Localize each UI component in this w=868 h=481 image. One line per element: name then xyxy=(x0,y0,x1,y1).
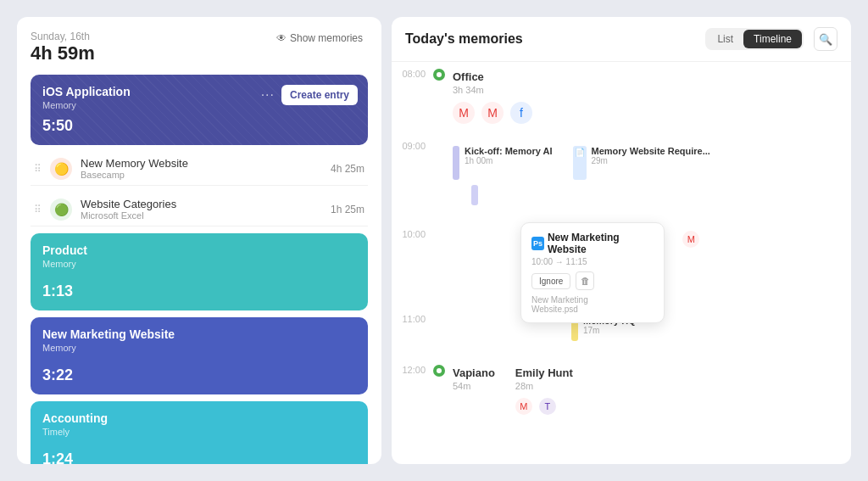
teams-icon[interactable]: T xyxy=(539,398,556,415)
office-duration: 3h 34m xyxy=(453,85,844,95)
list-toggle-button[interactable]: List xyxy=(707,30,743,48)
vapiano-title: Vapiano xyxy=(453,366,495,379)
block-time: 3:22 xyxy=(42,366,356,384)
gmail-icon-1[interactable]: M xyxy=(453,102,475,124)
block-title: New Marketing Website xyxy=(42,327,356,341)
view-toggle: List Timeline xyxy=(705,28,804,50)
office-title: Office xyxy=(453,70,844,83)
search-icon: 🔍 xyxy=(819,33,832,46)
date-label: Sunday, 16th xyxy=(31,31,95,42)
page-title: Today's memories xyxy=(405,31,695,47)
right-panel: Today's memories List Timeline 🔍 08:00 O… xyxy=(392,17,851,464)
timeline-toggle-button[interactable]: Timeline xyxy=(743,30,802,48)
nine-am-section: Kick-off: Memory AI 1h 00m 📄 Memory Webs… xyxy=(446,141,851,215)
block-title: Accounting xyxy=(42,411,356,425)
left-header: Sunday, 16th 4h 59m 👁 Show memories xyxy=(31,31,368,64)
time-label-8: 08:00 xyxy=(392,69,432,79)
list-item-app: Basecamp xyxy=(81,170,322,180)
excel-icon: 🟢 xyxy=(50,199,72,221)
new-marketing-block[interactable]: New Marketing Website Memory 3:22 xyxy=(31,317,368,394)
tooltip-header: Ps New Marketing Website xyxy=(531,232,654,255)
facebook-icon[interactable]: f xyxy=(510,102,532,124)
tooltip-title: New Marketing Website xyxy=(548,232,654,255)
product-block[interactable]: Product Memory 1:13 xyxy=(31,233,368,310)
basecamp-icon: 🟡 xyxy=(50,158,72,180)
list-item-app: Microsoft Excel xyxy=(81,210,322,221)
drag-handle-icon: ⠿ xyxy=(34,163,42,175)
ios-card-actions: ··· Create entry xyxy=(261,85,358,105)
block-title: Product xyxy=(42,243,356,257)
gmail-icon-side[interactable]: M xyxy=(682,231,699,248)
show-memories-button[interactable]: 👁 Show memories xyxy=(271,31,368,46)
block-time: 1:24 xyxy=(42,450,356,464)
ignore-button[interactable]: Ignore xyxy=(531,273,570,289)
list-item-name: Website Categories xyxy=(81,198,322,210)
ios-card-time: 5:50 xyxy=(42,117,356,135)
tooltip-timerange: 10:00 → 11:15 xyxy=(531,257,654,266)
delete-icon[interactable]: 🗑 xyxy=(576,271,594,290)
right-header: Today's memories List Timeline 🔍 xyxy=(392,17,851,62)
vapiano-info: Vapiano 54m xyxy=(453,366,495,398)
list-item-info: New Memory Website Basecamp xyxy=(81,157,322,180)
office-section: Office 3h 34m M M f xyxy=(446,69,851,134)
gmail-side-icon: M xyxy=(682,231,699,248)
ps-icon: Ps xyxy=(531,237,544,250)
purple-bar xyxy=(453,146,459,180)
memory-hq-duration: 17m xyxy=(583,326,636,335)
nine-meetings-row: Kick-off: Memory AI 1h 00m 📄 Memory Webs… xyxy=(453,146,844,180)
emily-icons: M T xyxy=(515,398,573,415)
ios-application-card: iOS Application Memory 5:50 ··· Create e… xyxy=(31,75,368,145)
create-entry-button[interactable]: Create entry xyxy=(281,85,358,105)
time-label-10: 10:00 xyxy=(392,229,432,239)
left-panel: Sunday, 16th 4h 59m 👁 Show memories iOS … xyxy=(17,17,381,464)
block-subtitle: Memory xyxy=(42,343,356,353)
tooltip-card: Ps New Marketing Website 10:00 → 11:15 I… xyxy=(520,222,665,323)
office-icons: M M f xyxy=(453,102,844,124)
kickoff-duration: 1h 00m xyxy=(465,156,553,165)
doc-icon: 📄 xyxy=(573,146,587,180)
block-subtitle: Timely xyxy=(42,427,356,437)
vapiano-duration: 54m xyxy=(453,381,495,391)
time-label-12: 12:00 xyxy=(392,365,432,375)
list-item-duration: 4h 25m xyxy=(331,163,364,175)
emily-hunt-info: Emily Hunt 28m M T xyxy=(515,366,573,415)
ten-am-section: Ps New Marketing Website 10:00 → 11:15 I… xyxy=(446,229,851,260)
time-label-11: 11:00 xyxy=(392,314,432,324)
list-item-excel: ⠿ 🟢 Website Categories Microsoft Excel 1… xyxy=(31,193,368,227)
gmail-icon-2[interactable]: M xyxy=(481,102,504,124)
list-item-duration: 1h 25m xyxy=(331,204,364,215)
requirements-title: Memory Website Require... xyxy=(592,146,710,156)
list-item-name: New Memory Website xyxy=(81,157,322,170)
requirements-duration: 29m xyxy=(592,156,710,165)
kickoff-title: Kick-off: Memory AI xyxy=(465,146,553,156)
time-label-9: 09:00 xyxy=(392,141,432,151)
app-container: Sunday, 16th 4h 59m 👁 Show memories iOS … xyxy=(0,0,868,481)
kickoff-meeting: Kick-off: Memory AI 1h 00m xyxy=(465,146,553,165)
emily-hunt-duration: 28m xyxy=(515,381,573,391)
tooltip-file: New MarketingWebsite.psd xyxy=(531,295,654,314)
list-item-info: Website Categories Microsoft Excel xyxy=(81,198,322,221)
sub-bar xyxy=(471,185,478,205)
list-item-basecamp: ⠿ 🟡 New Memory Website Basecamp 4h 25m xyxy=(31,152,368,186)
block-subtitle: Memory xyxy=(42,259,356,269)
left-header-info: Sunday, 16th 4h 59m xyxy=(31,31,95,64)
emily-gmail-icon[interactable]: M xyxy=(515,398,532,415)
emily-hunt-title: Emily Hunt xyxy=(515,366,573,379)
search-button[interactable]: 🔍 xyxy=(814,27,837,51)
requirements-meeting: Memory Website Require... 29m xyxy=(592,146,710,165)
twelve-pm-section: Vapiano 54m Emily Hunt 28m M T xyxy=(446,365,851,425)
eye-icon: 👁 xyxy=(276,32,287,44)
accounting-block[interactable]: Accounting Timely 1:24 xyxy=(31,401,368,464)
timeline-area[interactable]: 08:00 Office 3h 34m M M f 09:00 xyxy=(392,62,851,464)
more-options-button[interactable]: ··· xyxy=(261,87,275,103)
total-time: 4h 59m xyxy=(31,42,95,64)
block-time: 1:13 xyxy=(42,282,356,300)
tooltip-actions: Ignore 🗑 xyxy=(531,271,654,290)
drag-handle-icon: ⠿ xyxy=(34,204,42,215)
